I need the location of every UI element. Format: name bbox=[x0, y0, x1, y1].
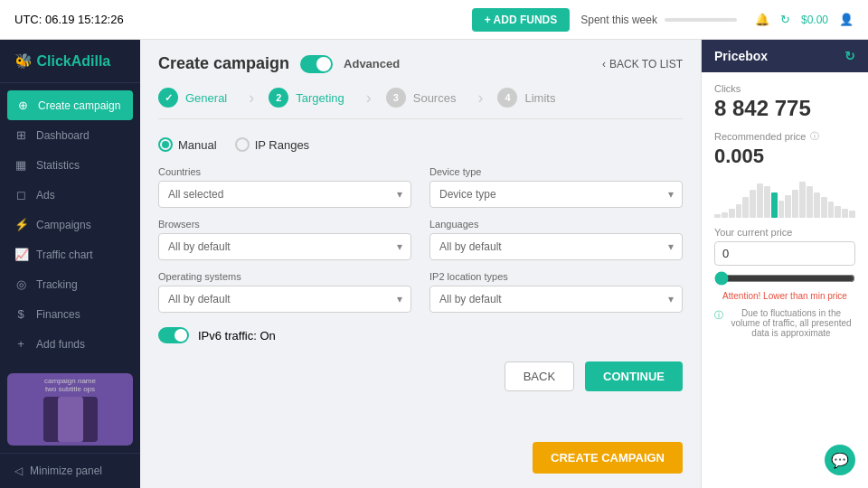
chart-bar[interactable] bbox=[742, 197, 749, 218]
sidebar-item-tracking[interactable]: ◎ Tracking bbox=[0, 269, 140, 299]
sidebar-item-ads[interactable]: ◻ Ads bbox=[0, 180, 140, 210]
chart-bar[interactable] bbox=[714, 214, 721, 218]
countries-select[interactable]: All selected bbox=[158, 181, 411, 208]
create-campaign-icon: ⊕ bbox=[16, 99, 29, 112]
top-header: UTC: 06.19 15:12:26 + ADD FUNDS Spent th… bbox=[0, 0, 868, 40]
os-label: Operating systems bbox=[158, 271, 411, 282]
pricebox-refresh-icon[interactable]: ↻ bbox=[844, 49, 855, 63]
step-general[interactable]: ✓ General bbox=[158, 88, 249, 108]
countries-select-wrapper: All selected bbox=[158, 181, 411, 208]
dashboard-icon: ⊞ bbox=[14, 128, 27, 142]
rec-price-label: Recommended price ⓘ bbox=[714, 130, 855, 143]
radio-manual-circle bbox=[158, 137, 173, 152]
countries-label: Countries bbox=[158, 166, 411, 177]
current-price-input[interactable] bbox=[714, 241, 855, 266]
utc-time: UTC: 06.19 15:12:26 bbox=[14, 13, 124, 26]
targeting-radio-group: Manual IP Ranges bbox=[158, 137, 683, 152]
info-icon: ⓘ bbox=[714, 309, 723, 322]
advanced-toggle[interactable] bbox=[300, 55, 333, 73]
price-slider[interactable] bbox=[714, 271, 855, 286]
continue-button[interactable]: CONTINUE bbox=[585, 361, 683, 391]
browsers-select[interactable]: All by default bbox=[158, 233, 411, 260]
ip2-label: IP2 location types bbox=[429, 271, 683, 282]
ipv6-label: IPv6 traffic: On bbox=[198, 329, 276, 343]
os-select-wrapper: All by default bbox=[158, 286, 411, 313]
main-content: Create campaign Advanced ‹ BACK TO LIST … bbox=[140, 40, 701, 488]
chart-bar[interactable] bbox=[722, 212, 728, 218]
sidebar-item-campaigns[interactable]: ⚡ Campaigns bbox=[0, 210, 140, 239]
tracking-icon: ◎ bbox=[14, 277, 27, 291]
chat-button[interactable]: 💬 bbox=[825, 445, 855, 475]
advanced-label: Advanced bbox=[344, 57, 400, 70]
chart-bar[interactable] bbox=[835, 206, 841, 218]
chart-bar[interactable] bbox=[792, 190, 798, 218]
step-circle-limits: 4 bbox=[497, 88, 517, 108]
chart-bar[interactable] bbox=[736, 204, 742, 218]
chart-bar[interactable] bbox=[729, 209, 735, 218]
os-group: Operating systems All by default bbox=[158, 271, 411, 313]
sidebar-item-dashboard[interactable]: ⊞ Dashboard bbox=[0, 120, 140, 150]
bell-icon[interactable]: 🔔 bbox=[755, 13, 769, 26]
pricebox-header: Pricebox ↻ bbox=[702, 40, 868, 72]
step-targeting[interactable]: 2 Targeting bbox=[269, 88, 365, 108]
thumb-text: campaign nametwo subtitle ops bbox=[44, 377, 96, 393]
chart-bar[interactable] bbox=[842, 209, 848, 218]
chart-bar[interactable] bbox=[807, 186, 813, 218]
radio-manual[interactable]: Manual bbox=[158, 137, 217, 152]
browsers-select-wrapper: All by default bbox=[158, 233, 411, 260]
languages-select[interactable]: All by default bbox=[429, 233, 683, 260]
chart-bar[interactable] bbox=[757, 183, 763, 218]
rec-price-value: 0.005 bbox=[714, 145, 855, 168]
radio-ip-ranges[interactable]: IP Ranges bbox=[235, 137, 309, 152]
languages-label: Languages bbox=[429, 219, 683, 230]
minimize-panel[interactable]: ◁ Minimize panel bbox=[0, 453, 140, 488]
sidebar-item-statistics[interactable]: ▦ Statistics bbox=[0, 150, 140, 180]
device-type-group: Device type Device type bbox=[429, 166, 683, 208]
main-area: Create campaign Advanced ‹ BACK TO LIST … bbox=[140, 40, 701, 488]
chart-bar[interactable] bbox=[771, 192, 778, 218]
back-to-list-link[interactable]: ‹ BACK TO LIST bbox=[602, 58, 683, 70]
chart-bar[interactable] bbox=[814, 192, 820, 218]
chart-bar[interactable] bbox=[764, 186, 770, 218]
balance-display: $0.00 bbox=[801, 14, 828, 26]
ipv6-toggle[interactable] bbox=[158, 327, 189, 343]
add-funds-sidebar-icon: + bbox=[14, 337, 27, 351]
chart-bar[interactable] bbox=[821, 197, 827, 218]
chart-bar[interactable] bbox=[750, 190, 756, 218]
campaigns-icon: ⚡ bbox=[14, 218, 27, 231]
pricebox-chart bbox=[714, 177, 855, 218]
action-row: BACK CONTINUE bbox=[158, 361, 683, 395]
page-title: Create campaign bbox=[158, 54, 289, 73]
ip2-group: IP2 location types All by default bbox=[429, 271, 683, 313]
chart-bar[interactable] bbox=[828, 202, 835, 218]
radio-ip-circle bbox=[235, 137, 250, 152]
back-button[interactable]: BACK bbox=[505, 361, 574, 391]
ip2-select-wrapper: All by default bbox=[429, 286, 683, 313]
chart-bar[interactable] bbox=[799, 182, 806, 218]
device-type-select[interactable]: Device type bbox=[429, 181, 683, 208]
add-funds-button[interactable]: + ADD FUNDS bbox=[472, 8, 571, 32]
refresh-icon[interactable]: ↻ bbox=[780, 13, 790, 26]
sidebar-item-create-campaign[interactable]: ⊕ Create campaign bbox=[7, 90, 133, 120]
chart-bar[interactable] bbox=[785, 195, 791, 218]
os-select[interactable]: All by default bbox=[158, 286, 411, 313]
header-icons: 🔔 ↻ $0.00 👤 bbox=[755, 13, 854, 26]
sidebar-item-traffic-chart[interactable]: 📈 Traffic chart bbox=[0, 239, 140, 269]
step-limits[interactable]: 4 Limits bbox=[497, 88, 577, 108]
campaign-header: Create campaign Advanced ‹ BACK TO LIST bbox=[158, 54, 683, 73]
sidebar-item-add-funds[interactable]: + Add funds bbox=[0, 329, 140, 359]
languages-select-wrapper: All by default bbox=[429, 233, 683, 260]
price-warning: Attention! Lower than min price bbox=[714, 291, 855, 301]
step-sep-3: › bbox=[477, 89, 483, 108]
sidebar-item-finances[interactable]: $ Finances bbox=[0, 299, 140, 329]
current-price-label: Your current price bbox=[714, 227, 855, 238]
step-sources[interactable]: 3 Sources bbox=[386, 88, 478, 108]
logo-icon: 🐝 bbox=[14, 53, 36, 69]
step-circle-sources: 3 bbox=[386, 88, 406, 108]
user-icon[interactable]: 👤 bbox=[839, 13, 854, 26]
chart-bar[interactable] bbox=[849, 211, 855, 218]
ip2-select[interactable]: All by default bbox=[429, 286, 683, 313]
create-campaign-button[interactable]: CREATE CAMPAIGN bbox=[533, 442, 683, 474]
pricebox-panel: Pricebox ↻ Clicks 8 842 775 Recommended … bbox=[701, 40, 868, 488]
chart-bar[interactable] bbox=[778, 201, 785, 218]
